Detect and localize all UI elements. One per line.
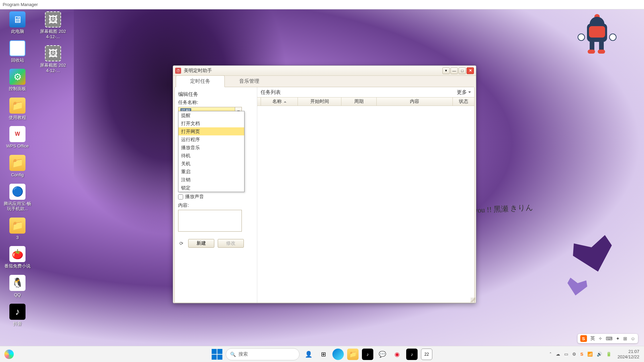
monitor-icon: 🖥: [9, 11, 25, 27]
douyin-icon: ♪: [9, 304, 25, 320]
refresh-icon[interactable]: ⟳: [178, 241, 185, 246]
window-close-button[interactable]: ✕: [467, 67, 474, 74]
window-maximize-button[interactable]: □: [459, 67, 466, 74]
sort-asc-icon: [284, 99, 286, 104]
desktop-icon-tutorial[interactable]: 📁使用教程: [3, 98, 32, 120]
content-label: 内容:: [178, 202, 254, 208]
dropdown-option-open-doc[interactable]: 打开文档: [178, 119, 244, 127]
ime-lang-toggle[interactable]: 英: [590, 336, 595, 342]
window-resize-handle[interactable]: [471, 298, 475, 302]
tray-battery-icon[interactable]: 🔋: [606, 352, 611, 357]
taskbar-app-taskview[interactable]: ⊞: [318, 349, 329, 360]
desktop-icon-folder-3[interactable]: 📁3: [3, 218, 32, 240]
taskbar-app-douyin[interactable]: ♪: [362, 349, 373, 360]
taskbar-app-calendar[interactable]: 22: [421, 349, 432, 360]
tray-sogou-icon[interactable]: S: [580, 352, 583, 357]
checkbox-play-sound[interactable]: 播放声音: [178, 194, 254, 200]
image-icon: 🖼: [45, 11, 61, 27]
tab-bar: 定时任务 音乐管理: [173, 76, 476, 87]
grid-header-name[interactable]: 名称: [261, 98, 298, 106]
tray-onedrive-icon[interactable]: ☁: [556, 352, 560, 357]
sogou-logo-icon[interactable]: S: [580, 335, 587, 342]
program-manager-titlebar: Program Manager: [0, 0, 644, 9]
tray-overflow-icon[interactable]: ˄: [549, 352, 552, 357]
taskbar-center: 🔍 搜索 👤 ⊞ 📁 ♪ 💬 ◉ ♪ 22: [212, 348, 432, 360]
desktop-icon-grid: 🖥此电脑 ♻回收站 ⚙控制面板 📁使用教程 WWPS Office 📁Confi…: [3, 11, 68, 340]
edit-task-heading: 编辑任务: [178, 91, 254, 98]
desktop-icon-screenshot-2[interactable]: 🖼屏幕截图 2024-12-...: [38, 45, 68, 73]
desktop-icon-recycle-bin[interactable]: ♻回收站: [3, 40, 32, 63]
taskbar-app-weibo[interactable]: ◉: [391, 349, 403, 360]
folder-icon: 📁: [9, 98, 25, 114]
tomato-icon: 🍅: [9, 246, 25, 262]
dropdown-option-restart[interactable]: 重启: [178, 168, 244, 176]
desktop-icon-config[interactable]: 📁Config: [3, 155, 32, 178]
desktop-icon-control-panel[interactable]: ⚙控制面板: [3, 69, 32, 92]
window-content: 编辑任务 任务名称: 提醒 提醒 打开文档 打开网页 运行程序 播放音乐 待机 …: [174, 87, 475, 303]
taskbar-app-wechat[interactable]: 💬: [377, 349, 388, 360]
desktop-icon-qq[interactable]: 🐧QQ: [3, 275, 32, 298]
content-textarea[interactable]: [178, 210, 242, 232]
search-placeholder: 搜索: [238, 351, 248, 357]
tray-app-icon[interactable]: ⚙: [572, 352, 576, 357]
desktop-icon-douyin[interactable]: ♪抖音: [3, 304, 32, 326]
taskbar-widgets-button[interactable]: [3, 348, 15, 361]
dropdown-option-standby[interactable]: 待机: [178, 152, 244, 160]
grid-header-content[interactable]: 内容: [376, 98, 452, 106]
dropdown-option-shutdown[interactable]: 关机: [178, 160, 244, 168]
dropdown-option-remind[interactable]: 提醒: [178, 111, 244, 119]
dropdown-option-run-program[interactable]: 运行程序: [178, 135, 244, 143]
taskbar-app-edge[interactable]: [332, 349, 344, 360]
taskbar-clock[interactable]: 21:07 2024/12/22: [618, 349, 641, 359]
clock-date: 2024/12/22: [618, 354, 639, 360]
grid-header-status[interactable]: 状态: [452, 98, 474, 106]
ime-emoji-icon[interactable]: ☺: [631, 336, 635, 341]
checkbox-input[interactable]: [178, 194, 183, 199]
app-icon: ⏱: [175, 68, 181, 74]
edit-task-panel: 编辑任务 任务名称: 提醒 提醒 打开文档 打开网页 运行程序 播放音乐 待机 …: [175, 87, 257, 303]
tray-volume-icon[interactable]: 🔊: [597, 352, 602, 357]
start-button[interactable]: [212, 349, 222, 360]
dropdown-option-lock[interactable]: 锁定: [178, 184, 244, 192]
taskbar-app-avatar[interactable]: 👤: [303, 349, 314, 360]
modify-button: 修改: [218, 239, 244, 248]
tray-wifi-icon[interactable]: 📶: [587, 352, 593, 357]
grid-body-empty: [257, 106, 474, 303]
window-title: 美明定时助手: [184, 68, 442, 74]
more-dropdown[interactable]: 更多: [457, 89, 471, 96]
desktop-mascot-widget[interactable]: [577, 13, 617, 59]
taskbar-tray: ˄ ☁ ▭ ⚙ S 📶 🔊 🔋 21:07 2024/12/22: [549, 349, 641, 359]
taskbar: 🔍 搜索 👤 ⊞ 📁 ♪ 💬 ◉ ♪ 22 ˄ ☁ ▭ ⚙ S 📶 🔊 🔋 21…: [0, 346, 644, 362]
taskbar-search[interactable]: 🔍 搜索: [226, 348, 300, 360]
desktop-icon-tencent-appstore[interactable]: 🔵腾讯应用宝-畅玩手机款...: [3, 184, 32, 212]
window-minimize-button[interactable]: —: [450, 67, 458, 74]
folder-icon: 📁: [9, 218, 25, 234]
clock-time: 21:07: [618, 349, 639, 354]
dropdown-option-logoff[interactable]: 注销: [178, 176, 244, 184]
tray-security-icon[interactable]: ▭: [564, 352, 568, 357]
ime-keyboard-icon[interactable]: ⌨: [606, 336, 612, 341]
dropdown-option-play-music[interactable]: 播放音乐: [178, 143, 244, 152]
grid-header-start[interactable]: 开始时间: [298, 98, 341, 106]
desktop-icon-screenshot-1[interactable]: 🖼屏幕截图 2024-12-...: [38, 11, 68, 39]
ime-tool-icon[interactable]: ✧: [598, 336, 602, 341]
window-dropdown-button[interactable]: ▾: [442, 67, 450, 74]
desktop-icon-this-pc[interactable]: 🖥此电脑: [3, 11, 32, 34]
control-panel-icon: ⚙: [9, 69, 25, 85]
desktop-icon-tomato-novel[interactable]: 🍅番茄免费小说: [3, 246, 32, 269]
qq-icon: 🐧: [9, 275, 25, 291]
grid-header-cycle[interactable]: 周期: [341, 98, 376, 106]
task-list-panel: 任务列表 更多 名称 开始时间 周期 内容 状态: [257, 87, 474, 303]
ime-tool-icon[interactable]: ✦: [616, 336, 620, 341]
ime-tool-icon[interactable]: ⊞: [623, 336, 627, 341]
search-icon: 🔍: [230, 352, 236, 357]
tab-music-manage[interactable]: 音乐管理: [225, 75, 274, 87]
new-button[interactable]: 新建: [188, 239, 214, 248]
taskbar-app-explorer[interactable]: 📁: [347, 349, 359, 360]
window-titlebar[interactable]: ⏱ 美明定时助手 ▾ — □ ✕: [173, 66, 476, 76]
tab-scheduled-tasks[interactable]: 定时任务: [176, 75, 225, 87]
desktop-icon-wps[interactable]: WWPS Office: [3, 126, 32, 149]
ime-toolbar[interactable]: S 英 ✧ ⌨ ✦ ⊞ ☺: [578, 334, 638, 343]
taskbar-app-tiktok[interactable]: ♪: [406, 349, 418, 360]
dropdown-option-open-web[interactable]: 打开网页: [178, 127, 244, 135]
